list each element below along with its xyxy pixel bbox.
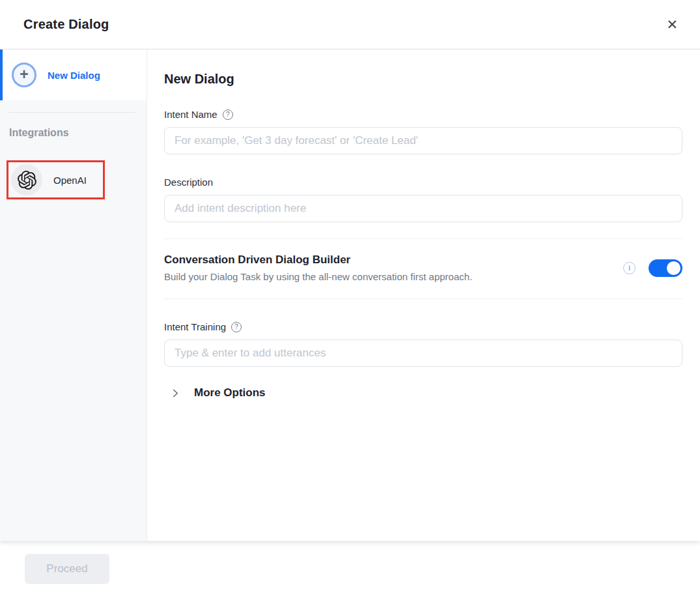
create-dialog-modal: Create Dialog ✕ + New Dialog Integration… [0, 0, 700, 593]
openai-label: OpenAI [53, 175, 87, 186]
more-options-toggle[interactable]: More Options [164, 386, 266, 399]
page-title: New Dialog [164, 72, 682, 87]
divider [164, 239, 682, 239]
proceed-button[interactable]: Proceed [25, 554, 109, 584]
description-input[interactable] [164, 195, 682, 222]
plus-icon: + [12, 63, 36, 87]
modal-body: + New Dialog Integrations OpenAI New Dia… [0, 50, 700, 541]
modal-header: Create Dialog ✕ [0, 0, 700, 50]
intent-name-label-row: Intent Name ? [164, 109, 682, 120]
sidebar-item-new-dialog[interactable]: + New Dialog [0, 50, 147, 100]
more-options-label: More Options [194, 386, 266, 399]
help-icon[interactable]: ? [223, 109, 233, 120]
intent-training-label: Intent Training [164, 321, 226, 332]
modal-footer: Proceed [0, 541, 700, 593]
main-panel: New Dialog Intent Name ? Description Con… [147, 50, 700, 541]
openai-logo-icon [18, 171, 36, 190]
cddb-title: Conversation Driven Dialog Builder [164, 253, 472, 267]
modal-title: Create Dialog [23, 17, 109, 32]
sidebar: + New Dialog Integrations OpenAI [0, 50, 147, 541]
cddb-controls: i [623, 259, 682, 277]
openai-avatar [11, 164, 42, 195]
intent-name-label: Intent Name [164, 109, 217, 120]
cddb-subtitle: Build your Dialog Task by using the all-… [164, 271, 472, 282]
sidebar-item-openai[interactable]: OpenAI [7, 160, 105, 199]
chevron-right-icon [171, 388, 180, 398]
cddb-toggle[interactable] [649, 259, 682, 277]
cddb-section: Conversation Driven Dialog Builder Build… [164, 253, 682, 282]
intent-name-input[interactable] [164, 127, 682, 154]
integrations-section-title: Integrations [9, 127, 147, 139]
description-label-row: Description [164, 177, 682, 188]
sidebar-divider [8, 112, 135, 113]
intent-training-label-row: Intent Training ? [164, 321, 682, 332]
help-icon[interactable]: ? [231, 322, 242, 332]
sidebar-item-label: New Dialog [48, 70, 100, 81]
cddb-text-block: Conversation Driven Dialog Builder Build… [164, 253, 472, 282]
info-icon[interactable]: i [623, 262, 636, 274]
description-label: Description [164, 177, 213, 188]
close-icon[interactable]: ✕ [664, 15, 680, 34]
intent-training-input[interactable] [164, 340, 682, 367]
divider [164, 298, 682, 299]
toggle-knob [667, 261, 680, 275]
